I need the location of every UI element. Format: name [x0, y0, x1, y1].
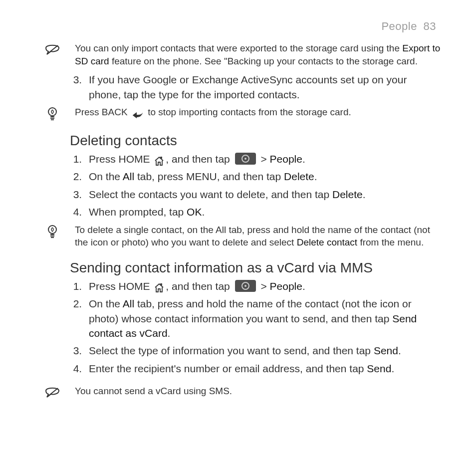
home-icon: [154, 281, 164, 290]
svg-rect-2: [50, 116, 54, 117]
sending-step-2: On the All tab, press and hold the name …: [85, 296, 441, 340]
deleting-step-1: Press HOME , and then tap > People.: [85, 151, 441, 166]
sending-step-4: Enter the recipient's number or email ad…: [85, 361, 441, 376]
tip-delete-single: To delete a single contact, on the All t…: [70, 224, 441, 249]
deleting-step-4: When prompted, tap OK.: [85, 205, 441, 219]
svg-point-5: [48, 226, 56, 234]
manual-page: People 83 You can only import contacts t…: [0, 0, 476, 424]
note-icon: [35, 385, 70, 399]
note-text: You cannot send a vCard using SMS.: [70, 385, 232, 398]
svg-line-9: [47, 388, 58, 397]
lightbulb-icon: [35, 106, 70, 122]
sending-steps: Press HOME , and then tap > People. On t…: [70, 278, 441, 376]
note-no-sms-vcard: You cannot send a vCard using SMS.: [70, 385, 441, 399]
lightbulb-icon: [35, 224, 70, 239]
home-icon: [154, 155, 164, 164]
deleting-steps: Press HOME , and then tap > People. On t…: [70, 151, 441, 220]
header-page-number: 83: [424, 20, 436, 32]
svg-rect-8: [51, 237, 54, 238]
heading-sending-vcard: Sending contact information as a vCard v…: [70, 260, 441, 276]
sending-step-3: Select the type of information you want …: [85, 343, 441, 358]
note-text: You can only import contacts that were e…: [70, 42, 441, 67]
note-icon: [35, 42, 70, 56]
header-section: People: [381, 20, 417, 32]
tip-back-stop-import: Press BACK to stop importing contacts fr…: [70, 106, 441, 122]
import-steps-continued: If you have Google or Exchange ActiveSyn…: [70, 72, 441, 102]
svg-line-0: [47, 45, 58, 54]
svg-point-1: [48, 108, 56, 116]
svg-rect-7: [50, 236, 54, 237]
deleting-step-3: Select the contacts you want to delete, …: [85, 187, 441, 202]
svg-rect-4: [51, 119, 54, 120]
apps-icon: [235, 280, 256, 292]
note-import-restriction: You can only import contacts that were e…: [70, 42, 441, 67]
back-icon: [132, 110, 144, 118]
heading-deleting-contacts: Deleting contacts: [70, 133, 441, 149]
svg-rect-6: [50, 234, 54, 235]
apps-icon: [235, 153, 256, 165]
deleting-step-2: On the All tab, press MENU, and then tap…: [85, 169, 441, 184]
sending-step-1: Press HOME , and then tap > People.: [85, 278, 441, 293]
import-step-3: If you have Google or Exchange ActiveSyn…: [85, 72, 441, 102]
tip-text: To delete a single contact, on the All t…: [70, 224, 441, 249]
page-header: People 83: [70, 20, 441, 33]
svg-rect-3: [50, 118, 54, 119]
tip-text: Press BACK to stop importing contacts fr…: [70, 106, 351, 119]
